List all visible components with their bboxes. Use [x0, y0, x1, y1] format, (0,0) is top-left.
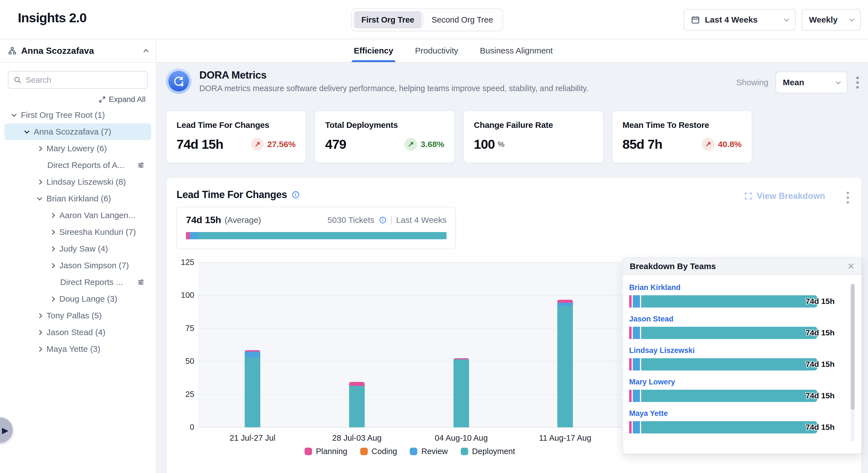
- close-icon[interactable]: ✕: [847, 262, 855, 271]
- search-input[interactable]: [26, 76, 142, 85]
- breakdown-bar-value: 74d 15h: [806, 297, 835, 306]
- stacked-bar[interactable]: [245, 350, 260, 427]
- summary-value: 74d 15h: [186, 214, 221, 225]
- expand-all-button[interactable]: Expand All: [0, 95, 146, 104]
- scrollbar-thumb[interactable]: [851, 284, 855, 410]
- breakdown-panel: Breakdown By Teams ✕ Brian Kirkland74d 1…: [622, 258, 862, 454]
- breakdown-scrollbar[interactable]: [851, 284, 855, 442]
- tree-item-label: Doug Lange (3): [59, 294, 117, 304]
- x-tick-label: 11 Aug-17 Aug: [523, 434, 607, 443]
- tree-item-label: Judy Saw (4): [59, 244, 108, 254]
- y-tick-label: 50: [175, 357, 194, 366]
- breakdown-bar-segment-planning: [629, 390, 632, 402]
- tree-item[interactable]: Aaron Van Langen...: [4, 207, 151, 224]
- tree-item[interactable]: Lindsay Liszewski (8): [4, 174, 151, 190]
- y-tick-label: 125: [175, 258, 194, 267]
- metric-card: Change Failure Rate100%: [463, 110, 603, 163]
- divider: [391, 215, 392, 225]
- tree-item[interactable]: Tony Pallas (5): [4, 307, 151, 324]
- tree-item[interactable]: Direct Reports ...: [4, 274, 151, 291]
- date-range-select[interactable]: Last 4 Weeks: [684, 9, 796, 31]
- chevron-right-icon[interactable]: [37, 347, 42, 352]
- org-toggle-option[interactable]: First Org Tree: [354, 11, 422, 28]
- breakdown-bar-segment-deployment: 74d 15h: [641, 327, 817, 339]
- sidebar-header[interactable]: Anna Scozzafava: [0, 39, 156, 63]
- trend-up-icon: ↗: [404, 138, 417, 151]
- chevron-right-icon[interactable]: [50, 246, 55, 251]
- legend-label: Deployment: [472, 447, 515, 456]
- stacked-bar[interactable]: [557, 300, 573, 427]
- tree-item[interactable]: Sireesha Kunduri (7): [4, 224, 151, 240]
- y-tick-label: 25: [175, 390, 194, 399]
- chevron-right-icon[interactable]: [50, 263, 55, 268]
- breakdown-bar-segment-review: [633, 390, 640, 402]
- breakdown-bar: 74d 15h: [629, 421, 817, 434]
- tab-productivity[interactable]: Productivity: [413, 39, 460, 62]
- granularity-select[interactable]: Weekly: [802, 9, 861, 31]
- showing-label: Showing: [736, 78, 768, 87]
- stacked-bar[interactable]: [349, 382, 365, 427]
- legend-item-review: Review: [410, 447, 447, 456]
- chevron-down-icon[interactable]: [37, 195, 42, 200]
- tree-item[interactable]: Judy Saw (4): [4, 240, 151, 257]
- expand-all-label: Expand All: [109, 95, 146, 104]
- breakdown-bar-segment-planning: [629, 295, 632, 307]
- tree-item-label: Aaron Van Langen...: [59, 211, 135, 220]
- legend-swatch: [461, 448, 468, 455]
- tree-item[interactable]: First Org Tree Root (1): [4, 107, 151, 123]
- metric-card-value-row: 479↗3.68%: [325, 137, 444, 152]
- chevron-right-icon[interactable]: [50, 230, 55, 235]
- tree-item[interactable]: Doug Lange (3): [4, 291, 151, 307]
- tree-item[interactable]: Jason Stead (4): [4, 324, 151, 341]
- chevron-down-icon[interactable]: [24, 128, 29, 134]
- chevron-right-icon[interactable]: [37, 179, 42, 184]
- aggregation-select[interactable]: Mean: [776, 71, 847, 93]
- chevron-right-icon[interactable]: [37, 146, 42, 151]
- tab-business-alignment[interactable]: Business Alignment: [478, 39, 555, 62]
- dora-menu-kebab-icon[interactable]: [855, 75, 861, 90]
- search-box: [8, 71, 148, 89]
- breakdown-bar-value: 74d 15h: [806, 423, 835, 432]
- chevron-right-icon[interactable]: [50, 296, 55, 301]
- info-icon[interactable]: [379, 216, 387, 224]
- tree-item-label: Maya Yette (3): [46, 344, 100, 354]
- tree-item[interactable]: Anna Scozzafava (7): [4, 123, 151, 140]
- legend-swatch: [305, 448, 312, 455]
- summary-stacked-bar: [186, 232, 446, 239]
- tree-item[interactable]: Jason Simpson (7): [4, 257, 151, 274]
- chevron-right-icon[interactable]: [50, 213, 55, 218]
- collapse-chevron-icon[interactable]: [143, 49, 148, 54]
- view-breakdown-button[interactable]: View Breakdown: [744, 191, 825, 201]
- bar-segment-planning: [349, 382, 365, 386]
- tab-efficiency[interactable]: Efficiency: [351, 39, 396, 62]
- legend-swatch: [360, 448, 368, 455]
- breakdown-bar-segment-review: [633, 421, 640, 434]
- breakdown-team-link[interactable]: Lindsay Liszewski: [629, 346, 861, 355]
- breakdown-team-link[interactable]: Brian Kirkland: [629, 283, 861, 292]
- y-tick-label: 100: [175, 291, 194, 300]
- tree-item[interactable]: Mary Lowery (6): [4, 140, 151, 157]
- breakdown-team-link[interactable]: Maya Yette: [629, 409, 861, 418]
- breakdown-header: Breakdown By Teams ✕: [623, 258, 861, 275]
- tree-item[interactable]: Brian Kirkland (6): [4, 190, 151, 207]
- tree-item-label: Mary Lowery (6): [46, 144, 107, 153]
- breakdown-row: Mary Lowery74d 15h: [629, 378, 861, 402]
- breakdown-team-link[interactable]: Jason Stead: [629, 315, 861, 323]
- filter-sliders-icon[interactable]: [137, 161, 145, 169]
- expand-corners-icon: [744, 191, 753, 201]
- chevron-down-icon[interactable]: [11, 112, 17, 117]
- breakdown-title: Breakdown By Teams: [630, 262, 716, 271]
- tree-item[interactable]: Maya Yette (3): [4, 341, 151, 357]
- breakdown-row: Lindsay Liszewski74d 15h: [629, 346, 861, 371]
- chevron-right-icon[interactable]: [37, 313, 42, 318]
- chevron-right-icon[interactable]: [37, 330, 42, 335]
- breakdown-bar-segment-deployment: 74d 15h: [641, 358, 817, 371]
- tree-item[interactable]: Direct Reports of A...: [4, 157, 151, 174]
- breakdown-team-link[interactable]: Mary Lowery: [629, 378, 861, 386]
- filter-sliders-icon[interactable]: [137, 278, 145, 286]
- metric-card-value: 479: [325, 137, 346, 152]
- chart-menu-kebab-icon[interactable]: [845, 190, 851, 205]
- breakdown-bar-segment-review: [633, 327, 640, 339]
- org-toggle-option[interactable]: Second Org Tree: [424, 11, 500, 28]
- stacked-bar[interactable]: [454, 358, 469, 427]
